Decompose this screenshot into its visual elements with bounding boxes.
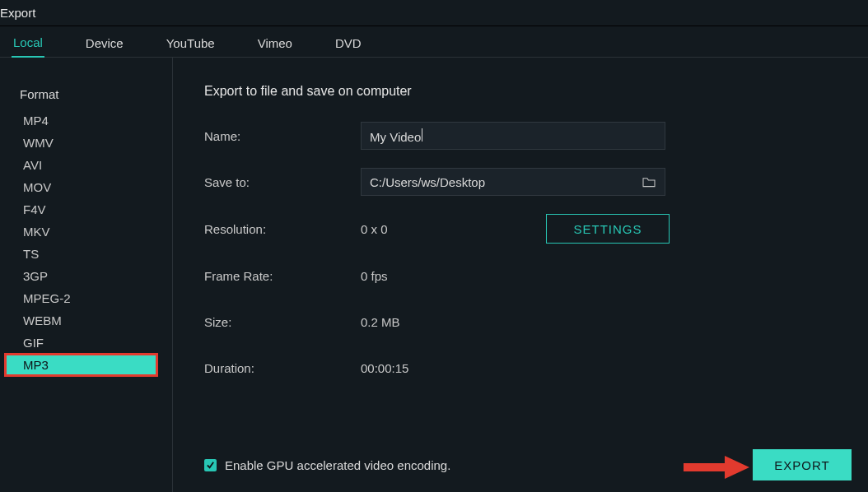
export-tabs: Local Device YouTube Vimeo DVD	[0, 26, 868, 58]
size-value: 0.2 MB	[361, 315, 400, 329]
format-item-avi[interactable]: AVI	[0, 154, 172, 176]
size-label: Size:	[204, 315, 361, 329]
tab-vimeo[interactable]: Vimeo	[256, 30, 294, 57]
saveto-input[interactable]: C:/Users/ws/Desktop	[361, 168, 665, 196]
format-item-mkv[interactable]: MKV	[0, 220, 172, 243]
framerate-label: Frame Rate:	[204, 269, 361, 283]
duration-label: Duration:	[204, 361, 361, 375]
format-header: Format	[0, 77, 172, 109]
check-icon	[206, 461, 215, 470]
resolution-value: 0 x 0	[361, 222, 509, 236]
main-panel: Export to file and save on computer Name…	[173, 58, 868, 492]
name-input[interactable]: My Video	[361, 122, 665, 150]
format-item-webm[interactable]: WEBM	[0, 309, 172, 332]
name-label: Name:	[204, 129, 361, 143]
tab-local[interactable]: Local	[12, 29, 44, 58]
framerate-value: 0 fps	[361, 269, 388, 283]
settings-button[interactable]: SETTINGS	[546, 214, 670, 244]
saveto-label: Save to:	[204, 175, 361, 189]
saveto-value: C:/Users/ws/Desktop	[370, 175, 485, 189]
main-title: Export to file and save on computer	[204, 84, 838, 99]
tab-dvd[interactable]: DVD	[334, 30, 363, 57]
window-titlebar: Export	[0, 0, 868, 26]
format-item-mpeg2[interactable]: MPEG-2	[0, 287, 172, 309]
gpu-label: Enable GPU accelerated video encoding.	[225, 458, 450, 472]
window-title: Export	[0, 6, 35, 20]
text-caret	[422, 128, 422, 142]
format-item-3gp[interactable]: 3GP	[0, 265, 172, 287]
duration-value: 00:00:15	[361, 361, 408, 375]
format-item-f4v[interactable]: F4V	[0, 198, 172, 220]
format-item-mov[interactable]: MOV	[0, 176, 172, 198]
format-item-wmv[interactable]: WMV	[0, 132, 172, 154]
tab-device[interactable]: Device	[84, 30, 125, 57]
tab-youtube[interactable]: YouTube	[165, 30, 217, 57]
export-button[interactable]: EXPORT	[753, 449, 852, 480]
format-item-mp3[interactable]: MP3	[5, 354, 157, 376]
gpu-checkbox[interactable]	[204, 459, 217, 471]
resolution-label: Resolution:	[204, 222, 361, 236]
format-item-ts[interactable]: TS	[0, 243, 172, 265]
gpu-encoding-row[interactable]: Enable GPU accelerated video encoding.	[204, 458, 450, 472]
format-item-gif[interactable]: GIF	[0, 332, 172, 354]
name-input-value: My Video	[370, 130, 421, 144]
format-sidebar: Format MP4 WMV AVI MOV F4V MKV TS 3GP MP…	[0, 58, 173, 492]
folder-icon[interactable]	[642, 176, 656, 188]
format-item-mp4[interactable]: MP4	[0, 109, 172, 132]
